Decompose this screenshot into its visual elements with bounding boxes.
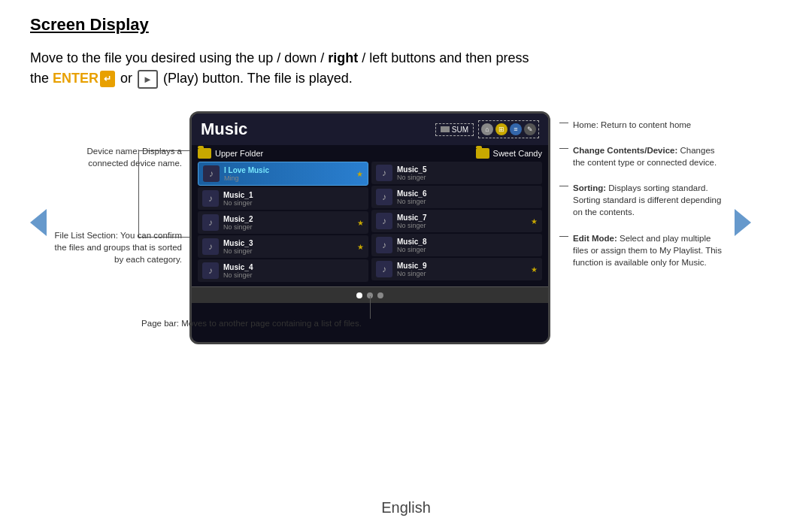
star-icon: ★ xyxy=(357,219,364,227)
header-controls: SUM ⌂ ⊞ ≡ xyxy=(435,120,539,138)
file-list-annotation: File List Section: You can confirm the f… xyxy=(47,229,182,265)
intro-text-part2: the ENTER↵ or ► (Play) button. The file … xyxy=(30,71,353,86)
file-item-right-4[interactable]: ♪ Music_9 No singer ★ xyxy=(371,258,542,280)
file-info: Music_5 No singer xyxy=(397,165,538,181)
file-info: Music_6 No singer xyxy=(397,189,538,205)
file-item-left-0[interactable]: ♪ I Love Music Ming ★ xyxy=(198,162,368,186)
edit-mode-btn[interactable]: ✎ xyxy=(524,123,536,135)
sorting-btn[interactable]: ≡ xyxy=(510,123,522,135)
file-name: Music_3 xyxy=(223,239,353,247)
file-item-right-0[interactable]: ♪ Music_5 No singer xyxy=(371,162,542,184)
file-singer: No singer xyxy=(397,222,526,229)
folder-row: Upper Folder Sweet Candy xyxy=(192,145,548,162)
file-singer: No singer xyxy=(397,174,538,181)
music-note-icon: ♪ xyxy=(376,189,392,205)
music-note-icon: ♪ xyxy=(203,165,220,182)
music-note-icon: ♪ xyxy=(202,190,219,207)
ann-line-change xyxy=(559,148,568,149)
file-item-left-2[interactable]: ♪ Music_2 No singer ★ xyxy=(198,211,368,234)
file-info: I Love Music Ming xyxy=(224,166,352,182)
nav-arrow-right[interactable] xyxy=(735,209,751,236)
ann-line-edit xyxy=(559,236,568,237)
file-item-right-2[interactable]: ♪ Music_7 No singer ★ xyxy=(371,210,542,232)
home-btn[interactable]: ⌂ xyxy=(481,123,493,135)
file-name: Music_4 xyxy=(223,263,364,271)
intro-text: Move to the file you desired using the u… xyxy=(30,48,782,89)
music-screen-title: Music xyxy=(201,120,247,139)
file-item-right-3[interactable]: ♪ Music_8 No singer xyxy=(371,234,542,256)
change-contents-btn[interactable]: ⊞ xyxy=(495,123,508,135)
file-name: I Love Music xyxy=(224,166,352,174)
folder-icon-right xyxy=(476,148,489,159)
sorting-annotation: Sorting: Displays sorting standard. Sort… xyxy=(573,182,727,218)
music-note-icon: ♪ xyxy=(376,237,392,253)
music-note-icon: ♪ xyxy=(202,238,219,255)
page-title: Screen Display xyxy=(30,15,782,35)
music-note-icon: ♪ xyxy=(376,165,392,181)
file-name: Music_9 xyxy=(397,262,526,270)
file-name: Music_6 xyxy=(397,189,538,198)
music-note-icon: ♪ xyxy=(202,262,219,279)
file-info: Music_3 No singer xyxy=(223,239,353,255)
music-header: Music SUM ⌂ ⊞ xyxy=(192,114,548,145)
device-name-annotation: Device name: Displays a connected device… xyxy=(47,145,182,169)
folder-icon-left xyxy=(198,148,211,159)
music-note-icon: ♪ xyxy=(376,261,392,277)
usb-icon xyxy=(441,126,450,132)
file-item-left-4[interactable]: ♪ Music_4 No singer xyxy=(198,259,368,282)
file-info: Music_8 No singer xyxy=(397,238,538,253)
star-icon: ★ xyxy=(356,170,363,178)
file-item-left-3[interactable]: ♪ Music_3 No singer ★ xyxy=(198,235,368,258)
file-singer: Ming xyxy=(224,174,352,182)
page-container: Screen Display Move to the file you desi… xyxy=(0,0,812,530)
sum-badge-box: SUM xyxy=(435,123,474,136)
file-singer: No singer xyxy=(223,223,353,231)
file-info: Music_4 No singer xyxy=(223,263,364,279)
music-note-icon: ♪ xyxy=(202,214,219,231)
header-icon-dashed-box: ⌂ ⊞ ≡ ✎ xyxy=(478,120,539,138)
pagebar-annotation-area: Page bar: Moves to another page containi… xyxy=(238,296,501,328)
music-note-icon: ♪ xyxy=(376,213,392,229)
file-singer: No singer xyxy=(397,246,538,253)
diagram-area: Device name: Displays a connected device… xyxy=(30,111,782,344)
edit-mode-title: Edit Mode: xyxy=(573,234,617,243)
sweet-candy-label: Sweet Candy xyxy=(493,149,542,158)
upper-folder-item[interactable]: Upper Folder xyxy=(198,148,263,159)
file-item-left-1[interactable]: ♪ Music_1 No singer xyxy=(198,187,368,210)
enter-highlight: ENTER xyxy=(53,71,98,86)
file-singer: No singer xyxy=(223,247,353,255)
left-annotations: Device name: Displays a connected device… xyxy=(47,111,189,265)
enter-icon: ↵ xyxy=(100,71,115,87)
star-icon: ★ xyxy=(531,217,538,226)
file-column-left: ♪ I Love Music Ming ★ ♪ Music_1 No singe… xyxy=(198,162,368,282)
file-name: Music_7 xyxy=(397,214,526,222)
footer-english: English xyxy=(0,499,812,516)
file-item-right-1[interactable]: ♪ Music_6 No singer xyxy=(371,186,542,208)
star-icon: ★ xyxy=(357,243,364,251)
file-info: Music_7 No singer xyxy=(397,214,526,229)
ann-line-sorting xyxy=(559,186,568,186)
sum-label: SUM xyxy=(452,126,468,134)
sweet-candy-item[interactable]: Sweet Candy xyxy=(476,148,542,159)
upper-folder-label: Upper Folder xyxy=(215,149,263,158)
callout-line-device xyxy=(138,150,189,151)
file-name: Music_5 xyxy=(397,165,538,174)
nav-arrow-left[interactable] xyxy=(30,209,47,236)
home-annotation: Home: Return to content home xyxy=(573,119,727,131)
file-info: Music_9 No singer xyxy=(397,262,526,277)
callout-line-filelist xyxy=(138,237,189,238)
home-ann-text: Home: Return to content home xyxy=(573,120,691,129)
intro-text-part1: Move to the file you desired using the u… xyxy=(30,50,529,65)
file-name: Music_8 xyxy=(397,238,538,246)
play-icon: ► xyxy=(138,70,158,89)
change-contents-annotation: Change Contents/Device: Changes the cont… xyxy=(573,144,727,168)
edit-mode-annotation: Edit Mode: Select and play multiple file… xyxy=(573,232,727,268)
file-singer: No singer xyxy=(223,271,364,279)
sorting-title: Sorting: xyxy=(573,183,606,192)
star-icon: ★ xyxy=(531,265,538,274)
right-annotations: Home: Return to content home Change Cont… xyxy=(562,111,727,268)
file-columns: ♪ I Love Music Ming ★ ♪ Music_1 No singe… xyxy=(192,162,548,286)
file-singer: No singer xyxy=(397,198,538,205)
file-column-right: ♪ Music_5 No singer ♪ Music_6 No singer … xyxy=(371,162,542,282)
file-singer: No singer xyxy=(223,199,364,207)
